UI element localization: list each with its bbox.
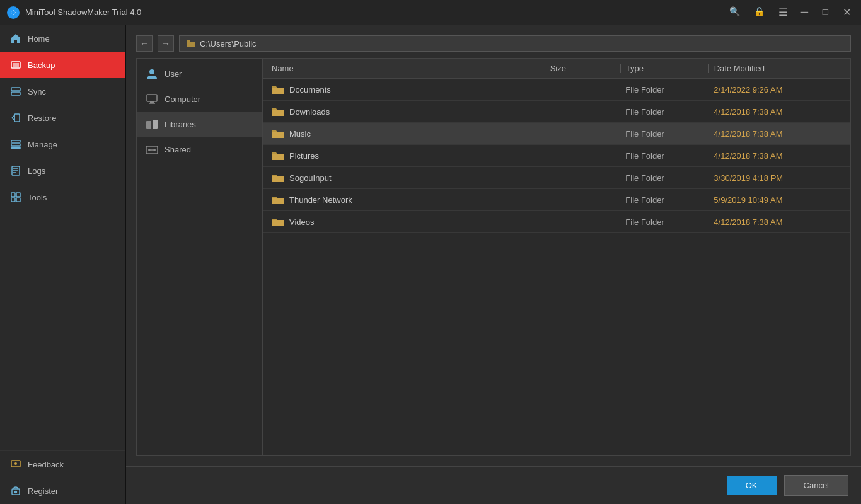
panel-item-libraries[interactable]: Libraries	[137, 112, 262, 137]
sidebar-item-logs-label: Logs	[28, 166, 45, 176]
file-name-cell: Thunder Network	[263, 195, 545, 205]
folder-icon	[272, 106, 284, 117]
browser-body: User Computer	[136, 58, 851, 456]
content-area: ← → C:\Users\Public	[126, 25, 861, 504]
sidebar-item-sync[interactable]: Sync	[0, 78, 125, 105]
table-row[interactable]: Pictures File Folder 4/12/2018 7:38 AM	[263, 145, 850, 167]
col-header-size: Size	[545, 64, 620, 73]
panel-item-libraries-label: Libraries	[165, 120, 196, 129]
user-panel-icon	[146, 67, 158, 80]
folder-path-icon	[186, 38, 196, 49]
titlebar: MiniTool ShadowMaker Trial 4.0 🔍 🔒 ☰	[0, 0, 861, 25]
svg-rect-26	[146, 121, 151, 129]
panel-item-shared-label: Shared	[165, 145, 191, 154]
app-title: MiniTool ShadowMaker Trial 4.0	[25, 8, 725, 17]
restore-button[interactable]	[818, 5, 833, 20]
panel-item-user[interactable]: User	[137, 61, 262, 86]
file-type-cell: File Folder	[620, 85, 708, 94]
file-name-cell: Downloads	[263, 106, 545, 117]
file-name-text: Music	[289, 129, 311, 139]
file-list-header: Name Size Type Date Modified	[263, 59, 850, 79]
panel-item-computer[interactable]: Computer	[137, 86, 262, 112]
panel-item-user-label: User	[165, 69, 182, 79]
svg-rect-4	[11, 88, 20, 91]
sidebar-item-logs[interactable]: Logs	[0, 158, 125, 184]
sidebar-item-register[interactable]: Register	[0, 478, 125, 504]
path-text: C:\Users\Public	[200, 39, 257, 49]
file-name-text: Downloads	[289, 107, 330, 117]
file-name-cell: Music	[263, 129, 545, 139]
sidebar-item-restore[interactable]: Restore	[0, 105, 125, 131]
folder-icon	[272, 129, 284, 139]
svg-rect-3	[13, 63, 19, 67]
sidebar-item-sync-label: Sync	[28, 87, 46, 96]
forward-button[interactable]: →	[158, 35, 174, 52]
file-date-cell: 4/12/2018 7:38 AM	[708, 217, 850, 227]
cancel-button[interactable]: Cancel	[784, 475, 848, 496]
file-date-cell: 3/30/2019 4:18 PM	[708, 173, 850, 183]
table-row[interactable]: Downloads File Folder 4/12/2018 7:38 AM	[263, 101, 850, 123]
sidebar-item-feedback-label: Feedback	[28, 460, 64, 469]
folder-icon	[272, 217, 284, 227]
sidebar-item-tools[interactable]: Tools	[0, 184, 125, 210]
logs-icon	[10, 165, 21, 176]
back-button[interactable]: ←	[136, 35, 153, 52]
close-button[interactable]	[839, 5, 855, 20]
folder-icon	[272, 173, 284, 183]
minimize-button[interactable]	[797, 5, 812, 20]
file-type-cell: File Folder	[620, 151, 708, 161]
main-layout: Home Backup Sync	[0, 25, 861, 504]
panel-item-computer-label: Computer	[165, 94, 200, 104]
bottom-bar: OK Cancel	[126, 466, 861, 504]
search-icon[interactable]: 🔍	[725, 5, 744, 20]
svg-rect-7	[11, 140, 20, 142]
file-name-text: Thunder Network	[289, 195, 352, 205]
sidebar-item-register-label: Register	[28, 486, 58, 496]
svg-rect-16	[11, 198, 15, 202]
sidebar-item-feedback[interactable]: Feedback	[0, 451, 125, 478]
ok-button[interactable]: OK	[727, 476, 777, 495]
backup-icon	[10, 59, 21, 71]
panel-item-shared[interactable]: Shared	[137, 137, 262, 162]
file-date-cell: 4/12/2018 7:38 AM	[708, 151, 850, 161]
table-row[interactable]: Videos File Folder 4/12/2018 7:38 AM	[263, 211, 850, 233]
table-row[interactable]: Music File Folder 4/12/2018 7:38 AM	[263, 123, 850, 145]
sidebar-item-home-label: Home	[28, 34, 50, 43]
file-name-cell: Pictures	[263, 151, 545, 161]
table-row[interactable]: SogouInput File Folder 3/30/2019 4:18 PM	[263, 167, 850, 189]
file-type-cell: File Folder	[620, 107, 708, 117]
sidebar-item-backup-label: Backup	[28, 60, 55, 70]
window-controls: 🔍 🔒 ☰	[725, 5, 855, 20]
browser-toolbar: ← → C:\Users\Public	[136, 35, 851, 52]
file-list: Name Size Type Date Modified Documents F	[263, 59, 850, 455]
home-icon	[10, 33, 21, 44]
svg-rect-27	[153, 120, 158, 129]
app-logo	[6, 6, 20, 20]
file-type-cell: File Folder	[620, 173, 708, 183]
file-name-cell: SogouInput	[263, 173, 545, 183]
file-date-cell: 4/12/2018 7:38 AM	[708, 129, 850, 139]
svg-rect-17	[16, 198, 20, 202]
svg-rect-5	[11, 92, 20, 95]
sidebar-item-backup[interactable]: Backup	[0, 52, 125, 78]
file-name-text: Videos	[289, 217, 315, 227]
svg-rect-9	[11, 147, 20, 149]
svg-point-22	[149, 69, 154, 74]
register-icon	[10, 485, 21, 496]
svg-rect-6	[14, 114, 20, 122]
table-row[interactable]: Thunder Network File Folder 5/9/2019 10:…	[263, 189, 850, 211]
file-type-cell: File Folder	[620, 217, 708, 227]
restore-icon	[10, 112, 21, 123]
path-bar[interactable]: C:\Users\Public	[179, 35, 851, 52]
lock-icon[interactable]: 🔒	[750, 5, 768, 20]
file-rows: Documents File Folder 2/14/2022 9:26 AM …	[263, 79, 850, 233]
table-row[interactable]: Documents File Folder 2/14/2022 9:26 AM	[263, 79, 850, 101]
svg-point-30	[153, 149, 156, 151]
sidebar-item-home[interactable]: Home	[0, 25, 125, 52]
svg-point-29	[148, 149, 151, 151]
sidebar-item-tools-label: Tools	[28, 193, 47, 202]
svg-rect-14	[11, 193, 15, 197]
sidebar-item-manage[interactable]: Manage	[0, 131, 125, 158]
menu-icon[interactable]: ☰	[775, 5, 791, 20]
folder-icon	[272, 84, 284, 94]
